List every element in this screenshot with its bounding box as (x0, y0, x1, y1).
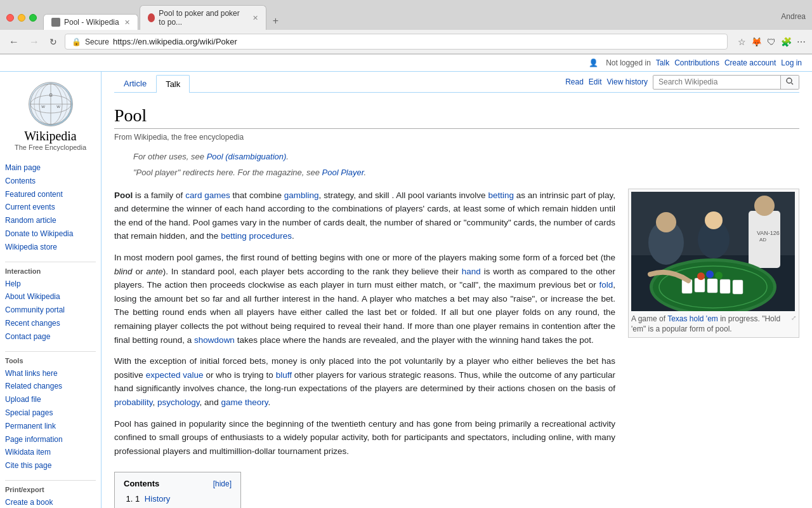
article-paragraph-2: In most modern pool games, the first rou… (114, 251, 615, 347)
sidebar-item-permanent-link[interactable]: Permanent link (5, 420, 96, 433)
browser-tabs: Pool - Wikipedia ✕ Pool to poker and pok… (43, 5, 781, 30)
sidebar-item-cite[interactable]: Cite this page (5, 459, 96, 472)
url-bar[interactable]: 🔒 Secure https://en.wikipedia.org/wiki/P… (65, 34, 728, 50)
texas-holdem-link[interactable]: Texas hold 'em (667, 314, 718, 323)
firefox-icon[interactable]: 🦊 (751, 37, 762, 47)
sidebar-item-special-pages[interactable]: Special pages (5, 406, 96, 420)
title-bar: Pool - Wikipedia ✕ Pool to poker and pok… (0, 0, 812, 30)
sidebar-item-page-info[interactable]: Page information (5, 433, 96, 446)
back-button[interactable]: ← (6, 35, 22, 49)
nav-right-icons: ☆ 🦊 🛡 🧩 ⋯ (738, 37, 806, 47)
sidebar-item-contents[interactable]: Contents (5, 175, 96, 188)
new-tab-button[interactable]: + (268, 12, 284, 30)
betting-link[interactable]: betting (488, 190, 514, 200)
tab-title-poker: Pool to poker and poker to po... (159, 9, 247, 27)
showdown-link[interactable]: showdown (194, 335, 235, 345)
game-theory-link[interactable]: game theory (221, 398, 268, 407)
tab-edit[interactable]: Edit (589, 77, 602, 86)
expected-value-link[interactable]: expected value (146, 370, 204, 380)
table-of-contents: Contents [hide] 1 History 1.1 19th ce (114, 472, 241, 508)
search-button[interactable] (780, 76, 799, 89)
toc-item-1: 1 History 1.1 19th century 1.2 (135, 492, 232, 508)
tab-pool-poker[interactable]: Pool to poker and poker to po... ✕ (140, 5, 266, 30)
contributions-link[interactable]: Contributions (674, 58, 719, 67)
sidebar-item-wikipedia-store[interactable]: Wikipedia store (5, 241, 96, 254)
sidebar-item-related-changes[interactable]: Related changes (5, 380, 96, 393)
navigation-bar: ← → ↻ 🔒 Secure https://en.wikipedia.org/… (0, 30, 812, 54)
svg-text:AD: AD (759, 237, 766, 243)
create-account-link[interactable]: Create account (724, 58, 776, 67)
hand-link[interactable]: hand (462, 267, 481, 276)
sidebar-item-donate[interactable]: Donate to Wikipedia (5, 227, 96, 241)
sidebar-item-wikidata[interactable]: Wikidata item (5, 446, 96, 459)
search-input[interactable] (653, 76, 780, 88)
fold-link[interactable]: fold (599, 280, 613, 290)
browser-chrome: Pool - Wikipedia ✕ Pool to poker and pok… (0, 0, 812, 55)
psychology-link[interactable]: psychology (157, 398, 200, 407)
menu-icon[interactable]: ⋯ (797, 37, 806, 47)
tab-title-pool: Pool - Wikipedia (64, 18, 119, 27)
tab-favicon-poker (148, 13, 155, 22)
browser-user-name: Andrea (781, 12, 806, 23)
sidebar-section-interaction: Interaction Help About Wikipedia Communi… (5, 267, 96, 344)
toc-hide-button[interactable]: [hide] (213, 479, 232, 488)
article-paragraph-1: Pool is a family of card games that comb… (114, 189, 615, 243)
poker-scene-svg: VAN-126 AD (631, 192, 795, 311)
sidebar-logo: Ω W W Wikipedia The Free Encyclopedia (5, 82, 96, 151)
sidebar-item-help[interactable]: Help (5, 277, 96, 291)
tab-pool-wikipedia[interactable]: Pool - Wikipedia ✕ (43, 14, 138, 30)
sidebar-item-community[interactable]: Community portal (5, 304, 96, 317)
sidebar-item-random-article[interactable]: Random article (5, 214, 96, 227)
tab-read[interactable]: Read (565, 77, 584, 86)
betting-procedures-link[interactable]: betting procedures (221, 231, 292, 241)
tools-section-title: Tools (5, 357, 96, 364)
bluff-link[interactable]: bluff (276, 370, 292, 380)
sidebar-item-what-links[interactable]: What links here (5, 367, 96, 380)
sidebar-item-current-events[interactable]: Current events (5, 201, 96, 214)
tab-article[interactable]: Article (114, 74, 156, 92)
talk-link[interactable]: Talk (656, 58, 669, 67)
card-games-link[interactable]: card games (185, 190, 230, 200)
wiki-header-links: 👤 Not logged in Talk Contributions Creat… (589, 58, 802, 67)
reload-button[interactable]: ↻ (47, 36, 60, 48)
toc-link-history[interactable]: History (145, 494, 170, 504)
wiki-page: Ω W W Wikipedia The Free Encyclopedia Ma… (0, 72, 812, 508)
bookmark-icon[interactable]: ☆ (738, 37, 746, 47)
sidebar-divider-2 (5, 351, 96, 352)
tab-close-poker[interactable]: ✕ (252, 14, 258, 22)
tab-view-history[interactable]: View history (607, 77, 648, 86)
sidebar-section-tools: Tools What links here Related changes Up… (5, 357, 96, 472)
traffic-lights (6, 14, 37, 22)
extension-icon[interactable]: 🧩 (781, 37, 792, 47)
sidebar-navigation: Main page Contents Featured content Curr… (5, 161, 96, 508)
svg-text:Ω: Ω (49, 93, 52, 97)
close-window-button[interactable] (6, 14, 14, 22)
sidebar-item-recent-changes[interactable]: Recent changes (5, 317, 96, 330)
maximize-window-button[interactable] (29, 14, 37, 22)
article-content: Pool From Wikipedia, the free encycloped… (114, 93, 799, 508)
sidebar-item-featured-content[interactable]: Featured content (5, 188, 96, 201)
content-tabs-right: Read Edit View history (565, 75, 799, 92)
toc-list: 1 History 1.1 19th century 1.2 (135, 492, 232, 508)
image-container: VAN-126 AD (628, 189, 799, 338)
forward-button[interactable]: → (27, 35, 42, 49)
sidebar-item-create-book[interactable]: Create a book (5, 496, 96, 508)
sidebar-item-main-page[interactable]: Main page (5, 161, 96, 175)
svg-rect-25 (695, 278, 705, 292)
svg-text:VAN-126: VAN-126 (757, 230, 780, 236)
poker-game-image: VAN-126 AD (631, 192, 795, 311)
gambling-link[interactable]: gambling (284, 190, 319, 200)
tab-close-pool[interactable]: ✕ (124, 18, 130, 27)
disambiguation-link[interactable]: Pool (disambiguation) (207, 152, 287, 161)
sidebar-item-contact[interactable]: Contact page (5, 330, 96, 344)
shield-icon[interactable]: 🛡 (767, 37, 776, 47)
probability-link[interactable]: probability (114, 398, 153, 407)
expand-icon[interactable]: ⤢ (791, 314, 796, 323)
minimize-window-button[interactable] (18, 14, 25, 22)
login-link[interactable]: Log in (781, 58, 802, 67)
person-icon: 👤 (589, 58, 598, 67)
tab-talk[interactable]: Talk (156, 75, 190, 93)
sidebar-item-about[interactable]: About Wikipedia (5, 290, 96, 304)
sidebar-item-upload-file[interactable]: Upload file (5, 393, 96, 406)
pool-player-link[interactable]: Pool Player (322, 168, 364, 177)
